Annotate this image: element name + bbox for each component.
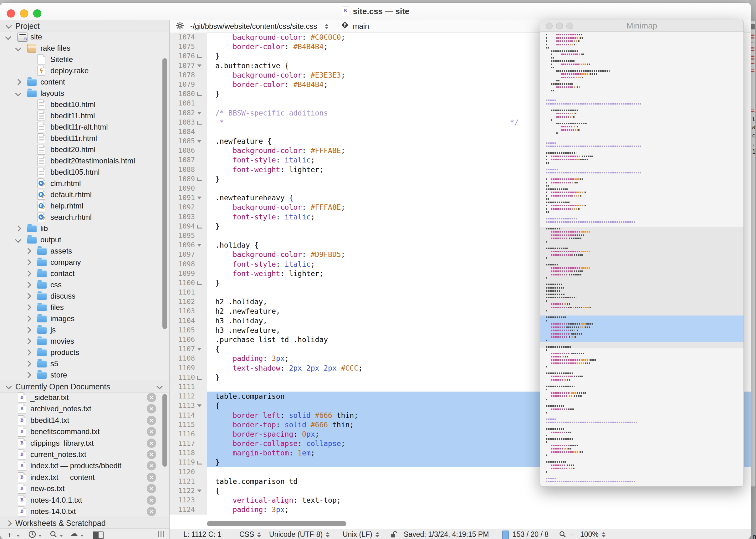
disclosure-triangle-icon[interactable]: [25, 316, 31, 322]
disclosure-triangle-icon[interactable]: [15, 237, 21, 243]
sidebar-item-bbedit11r-html[interactable]: bbedit11r.html: [0, 133, 169, 144]
sidebar-item-search-rhtml[interactable]: Rsearch.rhtml: [0, 212, 169, 223]
open-document-archived-notes-txt[interactable]: Barchived_notes.txt×: [0, 403, 169, 415]
fold-end-icon[interactable]: [197, 121, 202, 124]
fold-open-icon[interactable]: [197, 140, 201, 143]
recent-menu-caret-icon[interactable]: [38, 535, 41, 537]
disclosure-triangle-icon[interactable]: [25, 360, 31, 367]
fold-end-icon[interactable]: [197, 225, 202, 228]
disclosure-triangle-icon[interactable]: [15, 225, 21, 232]
fold-end-icon[interactable]: [197, 376, 202, 380]
sidebar-item-s5[interactable]: s5: [0, 358, 169, 369]
git-branch-name[interactable]: main: [353, 22, 369, 31]
sidebar-item-layouts[interactable]: layouts: [0, 88, 169, 99]
zoom-window-button[interactable]: [33, 9, 41, 18]
minimap-palette[interactable]: Minimap: [540, 20, 744, 487]
disclosure-triangle-icon[interactable]: [25, 338, 31, 344]
open-document-sidebar-txt[interactable]: B_sidebar.txt×: [0, 392, 169, 403]
sidebar-item-js[interactable]: js: [0, 324, 169, 336]
file-path[interactable]: ~/git/bbsw/website/content/css/site.css: [188, 22, 317, 31]
disclosure-down-icon[interactable]: [6, 23, 12, 29]
sidebar-item-assets[interactable]: assets: [0, 245, 169, 257]
fold-end-icon[interactable]: [197, 178, 202, 181]
open-document-new-os-txt[interactable]: Bnew-os.txt×: [0, 483, 169, 494]
sidebar-item-site[interactable]: Bsite: [0, 31, 169, 42]
add-button[interactable]: +: [7, 530, 12, 539]
splitter-grip[interactable]: [158, 531, 164, 537]
close-document-button[interactable]: ×: [147, 496, 156, 505]
fold-end-icon[interactable]: [197, 92, 202, 96]
sidebar-item-images[interactable]: images: [0, 313, 169, 324]
fold-open-icon[interactable]: [197, 244, 201, 247]
recent-clock-icon[interactable]: [29, 531, 36, 538]
open-document-clippings-library-txt[interactable]: Bclippings_library.txt×: [0, 437, 169, 449]
close-document-button[interactable]: ×: [147, 438, 156, 448]
close-document-button[interactable]: ×: [147, 393, 156, 402]
fold-open-icon[interactable]: [197, 404, 201, 407]
search-menu-caret-icon[interactable]: [60, 535, 63, 537]
open-documents-scrollbar-thumb[interactable]: [163, 394, 167, 467]
sidebar-item-bbedit20testimonials-html[interactable]: bbedit20testimonials.html: [0, 155, 169, 167]
fold-end-icon[interactable]: [197, 281, 202, 285]
disclosure-triangle-icon[interactable]: [25, 270, 31, 277]
disclosure-triangle-icon[interactable]: [25, 304, 31, 311]
open-document-index-txt-content[interactable]: Bindex.txt — content×: [0, 472, 169, 483]
open-documents-menu-icon[interactable]: [157, 383, 163, 389]
language-popup[interactable]: CSS: [240, 530, 261, 539]
close-window-button[interactable]: [7, 9, 15, 18]
title-bar[interactable]: B site.css — site: [0, 3, 751, 20]
disclosure-triangle-icon[interactable]: [15, 79, 21, 85]
sidebar-item-content[interactable]: content: [0, 76, 169, 88]
disclosure-triangle-icon[interactable]: [15, 45, 21, 51]
open-documents-section-header[interactable]: Currently Open Documents: [0, 381, 169, 393]
disclosure-triangle-icon[interactable]: [25, 293, 31, 299]
disclosure-triangle-icon[interactable]: [5, 34, 11, 40]
code-text[interactable]: vertical-align: text-top;: [207, 496, 751, 505]
palette-close-button[interactable]: [546, 23, 553, 30]
close-document-button[interactable]: ×: [147, 450, 156, 459]
open-document-current-notes-txt[interactable]: Bcurrent_notes.txt×: [0, 449, 169, 460]
encoding-popup[interactable]: Unicode (UTF-8): [269, 530, 329, 539]
code-text[interactable]: padding: 3px;: [207, 505, 751, 514]
zoom-minus[interactable]: –: [570, 530, 574, 539]
document-state-icon[interactable]: [502, 531, 509, 539]
disclosure-triangle-icon[interactable]: [25, 372, 31, 378]
open-document-benefitscommand-txt[interactable]: Bbenefitscommand.txt×: [0, 426, 169, 437]
sidebar-item-bbedit20-html[interactable]: bbedit20.html: [0, 144, 169, 155]
unlocked-icon[interactable]: [391, 531, 397, 539]
sidebar-item-sitefile[interactable]: Sitefile: [0, 54, 169, 65]
sidebar-item-movies[interactable]: movies: [0, 336, 169, 347]
sidebar-item-lib[interactable]: lib: [0, 223, 169, 234]
sidebar-item-css[interactable]: css: [0, 279, 169, 290]
close-document-button[interactable]: ×: [147, 416, 156, 425]
sidebar-item-output[interactable]: output: [0, 234, 169, 245]
minimap-title-bar[interactable]: Minimap: [540, 20, 743, 32]
sidebar-item-contact[interactable]: contact: [0, 268, 169, 279]
close-document-button[interactable]: ×: [147, 404, 156, 414]
palette-zoom-button[interactable]: [566, 23, 573, 30]
disclosure-down-icon[interactable]: [6, 383, 12, 389]
sidebar-item-clm-rhtml[interactable]: Rclm.rhtml: [0, 178, 169, 189]
close-document-button[interactable]: ×: [147, 461, 156, 470]
disclosure-triangle-icon[interactable]: [25, 248, 31, 254]
minimap-content[interactable]: [540, 32, 743, 487]
open-document-bbedit14-txt[interactable]: Bbbedit14.txt×: [0, 415, 169, 426]
close-document-button[interactable]: ×: [147, 484, 156, 493]
sidebar-item-bbedit11-html[interactable]: bbedit11.html: [0, 110, 169, 121]
fold-open-icon[interactable]: [197, 112, 201, 115]
sidebar-item-bbedit11r-alt-html[interactable]: bbedit11r-alt.html: [0, 121, 169, 133]
fold-open-icon[interactable]: [197, 196, 201, 199]
fold-open-icon[interactable]: [197, 64, 201, 67]
sidebar-item-help-rhtml[interactable]: Rhelp.rhtml: [0, 200, 169, 212]
disclosure-triangle-icon[interactable]: [25, 327, 31, 333]
disclosure-triangle-icon[interactable]: [25, 349, 31, 355]
sidebar-item-files[interactable]: files: [0, 302, 169, 313]
sidebar-item-deploy-rake[interactable]: ϟdeploy.rake: [0, 65, 169, 76]
document-proxy-icon[interactable]: B: [342, 7, 349, 16]
disclosure-triangle-icon[interactable]: [15, 90, 21, 96]
add-menu-caret-icon[interactable]: [17, 535, 20, 537]
disclosure-triangle-icon[interactable]: [25, 259, 31, 266]
minimize-window-button[interactable]: [20, 9, 28, 18]
sidebar-item-store[interactable]: store: [0, 369, 169, 381]
sidebar-item-bbedit10-html[interactable]: bbedit10.html: [0, 99, 169, 110]
